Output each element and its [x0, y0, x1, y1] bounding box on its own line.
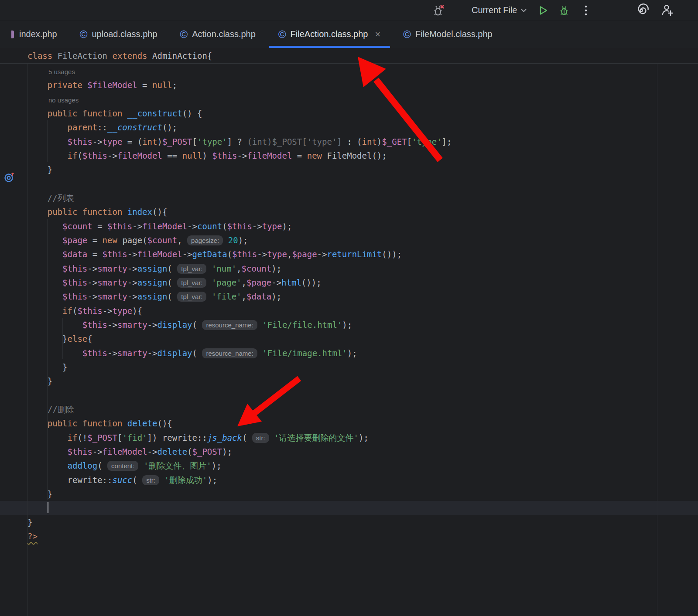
code-token: public function: [48, 109, 127, 118]
code-token: display: [157, 348, 192, 358]
close-tab-icon[interactable]: ×: [375, 30, 380, 39]
code-line[interactable]: $this->smarty->assign( tpl_var: 'file',$…: [27, 289, 452, 303]
code-line[interactable]: $this->fileModel->delete($_POST);: [27, 445, 452, 459]
sticky-class-declaration[interactable]: class FileAction extends AdminAction{: [0, 48, 698, 64]
code-token: [27, 461, 68, 470]
code-with-me-button[interactable]: [660, 0, 675, 20]
code-line[interactable]: $count = $this->fileModel->count($this->…: [27, 219, 452, 233]
code-token: smarty: [117, 348, 147, 358]
code-line[interactable]: 5 usages: [27, 64, 452, 78]
run-button[interactable]: [537, 0, 549, 20]
code-line[interactable]: public function __construct() {: [27, 106, 452, 120]
code-line[interactable]: parent::__construct();: [27, 120, 452, 134]
code-line[interactable]: }: [27, 360, 452, 374]
code-token: [206, 278, 211, 287]
code-line[interactable]: $this->type = (int)$_POST['type'] ? (int…: [27, 135, 452, 149]
code-line[interactable]: $this->smarty->display( resource_name: '…: [27, 346, 452, 360]
code-token: type: [113, 306, 133, 316]
code-line[interactable]: }: [27, 374, 452, 388]
code-token: ->: [252, 221, 262, 231]
code-token: null: [152, 80, 172, 90]
code-line[interactable]: //删除: [27, 402, 452, 416]
code-line[interactable]: ?>: [27, 529, 452, 543]
code-token: '删除文件、图片': [144, 461, 212, 470]
code-token: delete: [127, 419, 157, 428]
code-token: ->: [92, 137, 103, 146]
code-token: assign: [137, 292, 168, 301]
code-line[interactable]: $page = new page($count, pagesize: 20);: [27, 233, 452, 247]
code-token: $page: [62, 235, 87, 245]
code-line[interactable]: }: [27, 487, 452, 501]
code-line[interactable]: public function index(){: [27, 205, 452, 219]
more-actions-button[interactable]: [583, 0, 589, 20]
code-token: succ: [112, 475, 132, 485]
code-token: ->: [92, 447, 103, 456]
code-token: js_back: [207, 433, 242, 442]
code-line[interactable]: no usages: [27, 92, 452, 106]
tab-filemodel-class-php[interactable]: ©FileModel.class.php: [392, 20, 503, 48]
usages-hint[interactable]: 5 usages: [27, 68, 75, 75]
code-line[interactable]: [27, 177, 452, 191]
inlay-hint-chip[interactable]: tpl_var:: [177, 278, 206, 288]
code-line[interactable]: [27, 501, 452, 515]
debug-button[interactable]: [558, 0, 571, 20]
code-token: ->: [317, 249, 327, 259]
code-editor[interactable]: 5 usages private $fileModel = null;no us…: [0, 64, 698, 616]
code-line[interactable]: }: [27, 515, 452, 529]
code-line[interactable]: //列表: [27, 191, 452, 205]
code-line[interactable]: private $fileModel = null;: [27, 78, 452, 92]
add-user-icon: [660, 3, 675, 18]
code-token: [27, 475, 68, 485]
ai-assistant-button[interactable]: [634, 0, 649, 20]
code-line[interactable]: rewrite::succ( str: '删除成功');: [27, 473, 452, 487]
code-token: ->: [147, 348, 157, 358]
code-line[interactable]: [27, 388, 452, 402]
mute-breakpoints-icon[interactable]: [432, 0, 446, 20]
code-token: ->: [107, 320, 117, 330]
usages-hint[interactable]: no usages: [27, 96, 79, 104]
code-token: (){: [152, 207, 167, 217]
code-token: [27, 405, 48, 414]
code-token: [27, 306, 62, 316]
code-token: = (: [122, 137, 142, 146]
code-line[interactable]: if(!$_POST['fid']) rewrite::js_back( str…: [27, 431, 452, 445]
code-line[interactable]: $this->smarty->assign( tpl_var: 'num',$c…: [27, 262, 452, 276]
code-token: 'fid': [122, 433, 147, 442]
inlay-hint-chip[interactable]: content:: [107, 461, 138, 471]
code-line[interactable]: $this->smarty->display( resource_name: '…: [27, 318, 452, 332]
code-token: ];: [442, 137, 452, 146]
code-line[interactable]: public function delete(){: [27, 416, 452, 430]
inlay-hint-chip[interactable]: pagesize:: [187, 235, 223, 245]
code-token: int: [142, 137, 157, 146]
code-token: __construct: [107, 123, 162, 132]
code-token: (){: [157, 419, 172, 428]
override-marker-icon[interactable]: [3, 171, 16, 184]
code-line[interactable]: $data = $this->fileModel->getData($this-…: [27, 247, 452, 261]
code-line[interactable]: $this->smarty->assign( tpl_var: 'page',$…: [27, 276, 452, 289]
code-token: $this: [82, 151, 107, 160]
code-line[interactable]: if($this->type){: [27, 304, 452, 318]
code-token: count: [197, 221, 222, 231]
code-token: ->: [132, 221, 142, 231]
code-line[interactable]: if($this->fileModel == null) $this->file…: [27, 149, 452, 163]
tab-upload-class-php[interactable]: ©upload.class.php: [68, 20, 169, 48]
code-token: $_POST: [192, 447, 222, 456]
inlay-hint-chip[interactable]: tpl_var:: [177, 264, 206, 274]
code-token: __construct: [127, 109, 182, 118]
inlay-hint-chip[interactable]: resource_name:: [202, 348, 257, 358]
inlay-hint-chip[interactable]: str:: [252, 433, 269, 443]
code-token: [27, 433, 68, 442]
code-line[interactable]: addlog( content: '删除文件、图片');: [27, 459, 452, 473]
inlay-hint-chip[interactable]: tpl_var:: [177, 292, 206, 302]
ide-window: Current File: [0, 0, 698, 616]
inlay-hint-chip[interactable]: str:: [142, 475, 159, 485]
code-line[interactable]: }else{: [27, 332, 452, 346]
code-line[interactable]: }: [27, 163, 452, 177]
inlay-hint-chip[interactable]: resource_name:: [202, 320, 257, 330]
code-token: ->: [127, 292, 137, 301]
run-configuration-selector[interactable]: Current File: [472, 0, 527, 20]
tab-fileaction-class-php[interactable]: ©FileAction.class.php×: [267, 20, 392, 48]
tab-action-class-php[interactable]: ©Action.class.php: [169, 20, 267, 48]
code-token: [27, 249, 62, 259]
tab-index-php[interactable]: index.php: [0, 20, 68, 48]
